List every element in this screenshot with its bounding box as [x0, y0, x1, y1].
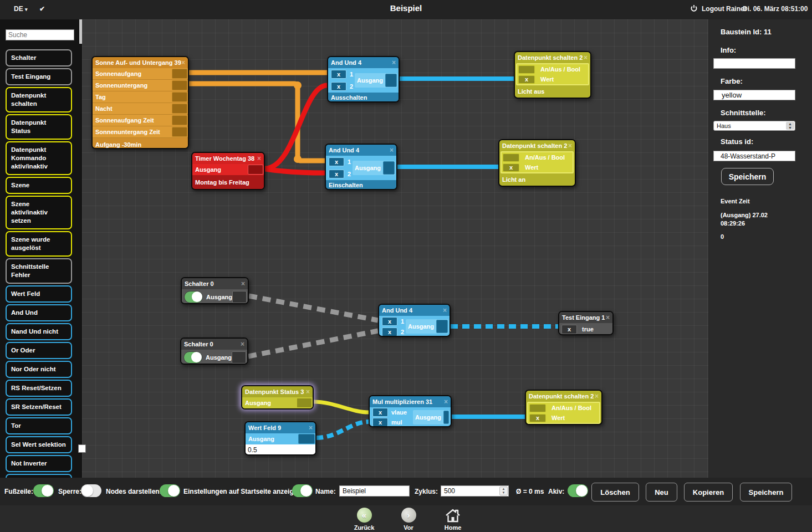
sidebar-item-schalter[interactable]: Schalter — [6, 49, 72, 66]
vor-button[interactable]: › Vor — [386, 508, 431, 531]
close-icon[interactable]: × — [181, 59, 185, 66]
canvas-scrollbar-handle[interactable] — [78, 444, 86, 453]
sidebar-item-and[interactable]: And Und — [6, 304, 72, 321]
input-port[interactable] — [529, 404, 546, 412]
akiv-toggle[interactable] — [568, 484, 588, 497]
output-port[interactable] — [383, 161, 395, 175]
sidebar-item-tor[interactable]: Tor — [6, 417, 72, 434]
close-icon[interactable]: × — [568, 142, 572, 150]
schnittstelle-select[interactable]: Haus▲▼ — [713, 121, 795, 131]
toggle-switch[interactable] — [183, 351, 202, 364]
neu-button[interactable]: Neu — [646, 483, 677, 502]
close-icon[interactable]: × — [443, 306, 447, 314]
number-spinner-icon[interactable]: ▲▼ — [499, 487, 508, 495]
output-port[interactable] — [172, 127, 187, 137]
close-icon[interactable]: × — [392, 59, 396, 66]
node-and-und-mid[interactable]: And Und 4× x1 x2 Ausgang — [378, 304, 451, 337]
close-icon[interactable]: × — [390, 146, 394, 154]
input-port[interactable] — [503, 154, 519, 162]
speichern-button[interactable]: Speichern — [740, 483, 792, 502]
output-port[interactable] — [232, 291, 247, 303]
sidebar-item-datenpunkt-status[interactable]: Datenpunkt Status — [6, 114, 72, 140]
farbe-input[interactable] — [713, 90, 795, 100]
node-and-und-ausschalten[interactable]: And Und 4× x1 x2 Ausgang Ausschalten — [327, 56, 400, 103]
node-datenpunkt-status[interactable]: Datenpunkt Status 3× Ausgang — [241, 385, 314, 410]
sidebar-item-szene[interactable]: Szene — [6, 177, 72, 194]
input-port[interactable] — [518, 65, 535, 74]
input-port[interactable]: x — [329, 157, 344, 166]
output-port[interactable] — [298, 434, 315, 444]
info-input[interactable] — [713, 58, 795, 69]
output-port[interactable] — [172, 80, 187, 90]
input-port[interactable]: x — [382, 317, 397, 326]
sidebar-item-nand[interactable]: Nand Und nicht — [6, 323, 72, 340]
close-icon[interactable]: × — [241, 280, 245, 288]
sidebar-item-rs[interactable]: RS Reset/Setzen — [6, 380, 72, 397]
zyklus-input[interactable] — [441, 485, 509, 497]
output-port[interactable] — [172, 104, 187, 114]
node-sonne-auf-untergang[interactable]: Sonne Auf- und Untergang 39× Sonnenaufga… — [91, 56, 189, 149]
input-port[interactable]: x — [382, 328, 397, 336]
power-icon[interactable] — [690, 4, 698, 14]
sidebar-item-or[interactable]: Or Oder — [6, 342, 72, 359]
sidebar-item-test-eingang[interactable]: Test Eingang — [6, 68, 72, 85]
close-icon[interactable]: × — [444, 398, 448, 406]
sidebar-item-datenpunkt-kommando[interactable]: Datenpunkt Kommando aktiv/inaktiv — [6, 141, 72, 175]
panel-speichern-button[interactable]: Speichern — [721, 168, 774, 185]
fusszeile-toggle[interactable] — [33, 484, 54, 497]
nodes-darstellen-toggle[interactable] — [160, 484, 180, 497]
logout-link[interactable]: Logout Rainer — [702, 5, 747, 13]
search-input[interactable] — [6, 29, 74, 40]
kopieren-button[interactable]: Kopieren — [684, 483, 733, 502]
home-button[interactable]: Home — [431, 508, 475, 531]
loeschen-button[interactable]: Löschen — [591, 483, 639, 502]
node-schalter-top[interactable]: Schalter 0× Ausgang — [181, 277, 249, 304]
node-wert-feld[interactable]: Wert Feld 9× Ausgang 0.5 — [244, 421, 316, 456]
output-port[interactable] — [248, 165, 263, 175]
einstellungen-toggle[interactable] — [292, 484, 313, 497]
close-icon[interactable]: × — [309, 424, 313, 432]
node-mul-multiplizieren[interactable]: Mul multiplizieren 31× xvlaue xmul Ausga… — [369, 395, 452, 427]
value-field[interactable]: 0.5 — [246, 444, 315, 456]
sidebar-item-nor[interactable]: Nor Oder nicht — [6, 361, 72, 378]
sidebar-item-szene-aktiv[interactable]: Szene aktiv/inaktiv setzen — [6, 196, 72, 229]
close-icon[interactable]: × — [595, 392, 599, 400]
output-port[interactable] — [443, 411, 449, 424]
input-port[interactable]: x — [372, 408, 388, 417]
input-port[interactable]: x — [329, 170, 344, 178]
node-datenpunkt-schalten-licht-aus[interactable]: Datenpunkt schalten 2× An/Aus / Bool xWe… — [514, 51, 591, 99]
node-datenpunkt-schalten-bottom[interactable]: Datenpunkt schalten 2× An/Aus / Bool xWe… — [525, 390, 602, 425]
input-port[interactable]: x — [529, 414, 546, 422]
close-icon[interactable]: × — [584, 54, 588, 62]
input-port[interactable]: x — [331, 82, 346, 91]
close-icon[interactable]: × — [257, 155, 261, 162]
sidebar-item-sr[interactable]: SR Setzen/Reset — [6, 398, 72, 416]
close-icon[interactable]: × — [241, 340, 244, 348]
node-timer-wochentag[interactable]: Timer Wochentag 38× Ausgang Montag bis F… — [191, 152, 265, 190]
node-test-eingang[interactable]: Test Eingang 1× x true — [558, 311, 614, 335]
sidebar-item-not[interactable]: Not Inverter — [6, 455, 72, 472]
flow-canvas[interactable]: Sonne Auf- und Untergang 39× Sonnenaufga… — [82, 19, 708, 478]
sidebar-item-datenpunkt-schalten[interactable]: Datenpunkt schalten — [6, 87, 72, 112]
output-port[interactable] — [172, 92, 187, 102]
close-icon[interactable]: × — [306, 388, 310, 396]
input-port[interactable]: x — [503, 163, 519, 172]
node-datenpunkt-schalten-licht-an[interactable]: Datenpunkt schalten 2× An/Aus / Bool xWe… — [498, 139, 576, 187]
input-port[interactable]: x — [518, 75, 535, 84]
output-port[interactable] — [172, 69, 187, 79]
node-schalter-bottom[interactable]: Schalter 0× Ausgang — [180, 337, 248, 365]
output-port[interactable] — [297, 398, 312, 408]
input-port[interactable]: x — [372, 418, 388, 427]
sidebar-item-wert-feld[interactable]: Wert Feld — [6, 285, 72, 303]
sperre-toggle[interactable] — [81, 484, 101, 497]
input-port[interactable]: x — [331, 70, 346, 79]
output-port[interactable] — [385, 74, 397, 87]
sidebar-item-sel[interactable]: Sel Wert selektion — [6, 436, 72, 453]
close-icon[interactable]: × — [606, 314, 610, 321]
output-port[interactable] — [436, 320, 448, 333]
output-port[interactable] — [232, 351, 246, 364]
status-id-input[interactable] — [713, 151, 795, 161]
zurueck-button[interactable]: « Zurück — [342, 508, 386, 531]
name-input[interactable] — [339, 485, 410, 497]
node-and-und-einschalten[interactable]: And Und 4× x1 x2 Ausgang Einschalten — [325, 144, 397, 190]
